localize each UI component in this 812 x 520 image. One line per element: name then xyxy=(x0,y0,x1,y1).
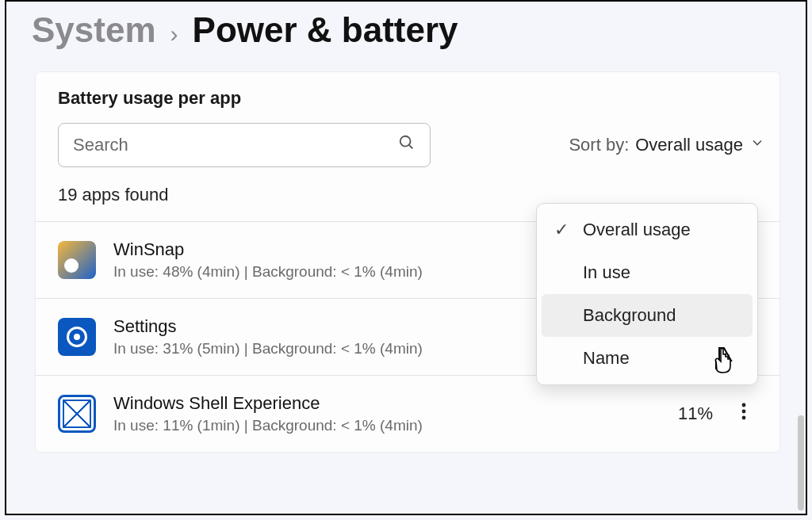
sort-by-dropdown[interactable]: Sort by: Overall usage xyxy=(569,135,765,155)
settings-icon xyxy=(58,318,96,356)
sort-option-overall[interactable]: ✓ Overall usage xyxy=(542,208,753,251)
svg-point-0 xyxy=(400,136,411,147)
sort-option-background[interactable]: Background xyxy=(542,294,753,337)
scrollbar-thumb[interactable] xyxy=(798,415,804,510)
app-detail: In use: 11% (1min) | Background: < 1% (4… xyxy=(113,417,640,434)
sort-option-label: Name xyxy=(583,348,630,369)
sort-option-name[interactable]: Name xyxy=(542,337,753,380)
svg-point-8 xyxy=(742,403,746,407)
svg-point-10 xyxy=(742,416,746,420)
svg-point-9 xyxy=(742,410,746,414)
sort-label: Sort by: xyxy=(569,135,629,155)
check-icon: ✓ xyxy=(554,220,572,240)
more-options-button[interactable] xyxy=(730,403,757,425)
search-input-wrapper[interactable] xyxy=(58,123,431,167)
shell-icon xyxy=(58,395,96,433)
app-name: Windows Shell Experience xyxy=(113,393,640,414)
app-row[interactable]: Windows Shell Experience In use: 11% (1m… xyxy=(36,376,779,452)
chevron-right-icon: › xyxy=(170,21,178,48)
sort-option-in-use[interactable]: In use xyxy=(542,251,753,294)
sort-dropdown-menu[interactable]: ✓ Overall usage In use Background Name xyxy=(536,203,758,385)
svg-line-1 xyxy=(409,145,413,149)
search-input[interactable] xyxy=(73,135,398,155)
winsnap-icon xyxy=(58,241,96,279)
sort-option-label: Background xyxy=(583,305,676,326)
panel-title: Battery usage per app xyxy=(58,88,757,109)
sort-value: Overall usage xyxy=(635,135,743,155)
search-icon xyxy=(398,134,416,156)
app-percent: 11% xyxy=(657,403,713,424)
breadcrumb: System › Power & battery xyxy=(6,2,806,63)
chevron-down-icon xyxy=(749,135,765,155)
page-title: Power & battery xyxy=(193,13,458,48)
breadcrumb-parent[interactable]: System xyxy=(32,13,156,48)
sort-option-label: Overall usage xyxy=(583,220,691,240)
sort-option-label: In use xyxy=(583,262,630,283)
